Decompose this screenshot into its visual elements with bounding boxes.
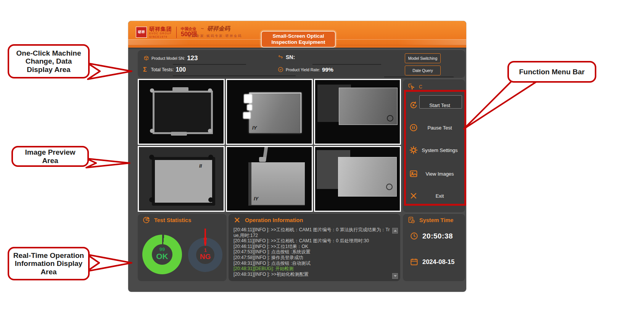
- clock-icon: [410, 232, 419, 240]
- product-model-value: 123: [187, 54, 198, 62]
- corner-dot: [150, 129, 154, 133]
- logo-subtitle: EVOC GROUP: [149, 32, 172, 35]
- ok-count: 99: [152, 247, 172, 252]
- app-header: 研祥 研祥集团 EVOC GROUP SINCE1979 中国企业 500强 ~…: [128, 21, 466, 48]
- log-line: [20:48:31][INFO ]: >>初始化检测配置: [233, 272, 391, 277]
- underline-yield: [384, 77, 454, 77]
- screenshot-root: 研祥 研祥集团 EVOC GROUP SINCE1979 中国企业 500强 ~…: [0, 0, 644, 328]
- clock-row: 20:50:38: [410, 232, 453, 240]
- underline-total-tests: [173, 75, 296, 76]
- total-tests-value: 100: [175, 66, 186, 73]
- operation-info-title-row: Operation Information: [233, 216, 303, 224]
- circle-check-icon: [277, 66, 284, 73]
- camera-preview-1[interactable]: [138, 79, 225, 145]
- script-flourish: ~: [201, 26, 204, 32]
- glass-panel: [338, 157, 397, 197]
- cube-icon: [143, 55, 150, 62]
- brand-script: 研祥金码: [207, 25, 230, 32]
- sn-link-icon: [277, 54, 284, 60]
- glass-panel: [249, 93, 301, 133]
- ok-label: OK: [152, 252, 172, 261]
- test-statistics-title: Test Statistics: [154, 217, 191, 223]
- total-tests-label: Total Tests:: [151, 67, 174, 72]
- device-frame: [152, 157, 215, 206]
- yield-rate-value: 99%: [322, 66, 333, 73]
- callout-realtime-info: Real-Time Operation Information Display …: [8, 247, 90, 280]
- connector: [259, 157, 266, 162]
- total-tests-field: Σ Total Tests: 100: [143, 66, 186, 73]
- glare-blob: [247, 104, 252, 110]
- corner-knob: [149, 197, 154, 202]
- hand-click-icon: [407, 83, 415, 91]
- log-lines[interactable]: [20:46:11][INFO ]: >>工位相机：CAM1 图片编号：0 算法…: [233, 227, 391, 277]
- panel-marking: IY: [252, 125, 257, 131]
- log-line: [20:46:11][INFO ]: >>工位1结果：OK: [233, 244, 391, 250]
- image-preview-area: IY II IY: [138, 79, 401, 212]
- data-display-panel: Product Model SN: 123 SN: Σ Total Tests:…: [138, 50, 465, 78]
- camera-preview-5[interactable]: IY: [226, 146, 313, 212]
- camera-preview-3[interactable]: [314, 79, 401, 145]
- system-time-panel: System Time 20:50:38 2024-08-15: [403, 213, 465, 281]
- callout-data-area: One-Click Machine Change, Data Display A…: [8, 44, 90, 78]
- callout-tail-image-preview: [86, 158, 130, 168]
- log-scroll-up-button[interactable]: [392, 228, 398, 234]
- device-frame: [153, 91, 213, 134]
- log-scroll-down-button[interactable]: [392, 273, 398, 279]
- log-line-debug: [20:48:31][DEBUG]: 开始检测: [233, 266, 391, 272]
- test-statistics-title-row: Test Statistics: [142, 216, 191, 224]
- crossed-tools-icon: [233, 216, 241, 224]
- log-line: [20:46:11][INFO ]: >>工位相机：CAM1 图片编号：0 算法…: [233, 227, 391, 238]
- corner-dot: [208, 88, 212, 93]
- panel-circle-mark: [387, 115, 393, 122]
- callout-tail-function-menu: [464, 81, 538, 129]
- camera-preview-4[interactable]: II: [138, 146, 225, 212]
- product-model-field: Product Model SN: 123: [143, 54, 198, 62]
- log-line: [20:47:53][INFO ]: 点击按钮 :系统设置: [233, 249, 391, 255]
- function-menu-header: C: [407, 83, 422, 91]
- log-line: [20:46:11][INFO ]: >>工位相机：CAM1 图片编号：0 后处…: [233, 238, 391, 244]
- corner-dot: [208, 129, 212, 133]
- glare-blob: [243, 112, 251, 119]
- test-statistics-panel: Test Statistics 99 OK 1 NG: [138, 213, 227, 281]
- down-arrow-icon: [394, 275, 397, 277]
- log-line: [20:47:58][INFO ]: 操作员登录成功: [233, 255, 391, 261]
- date-query-button[interactable]: Date Query: [405, 66, 441, 75]
- corner-knob: [208, 155, 213, 160]
- model-switching-button[interactable]: Model Switching: [405, 53, 441, 63]
- ng-donut-label: 1 NG: [196, 248, 214, 261]
- date-row: 2024-08-15: [410, 258, 454, 266]
- corner-knob: [149, 155, 154, 160]
- camera-preview-2[interactable]: IY: [226, 79, 313, 145]
- underline-product-model: [173, 64, 246, 65]
- function-menu-header-label: C: [419, 84, 422, 90]
- callout-image-preview: Image Preview Area: [11, 146, 89, 167]
- sigma-icon: Σ: [143, 67, 147, 73]
- app-title-badge: Small-Screen Optical Inspection Equipmen…: [261, 31, 336, 48]
- logo-name: 研祥集团: [149, 26, 172, 32]
- log-line: [20:48:31][INFO ]: 点击按钮 :自动测试: [233, 261, 391, 266]
- ok-donut-label: 99 OK: [152, 247, 172, 261]
- rank-line-1: 中国企业: [181, 27, 197, 31]
- current-date: 2024-08-15: [422, 258, 454, 266]
- calendar-icon: [410, 258, 419, 266]
- device-tab: [172, 87, 188, 91]
- system-time-title: System Time: [419, 217, 453, 223]
- product-model-label: Product Model SN:: [151, 56, 185, 61]
- callout-function-menu: Function Menu Bar: [507, 61, 596, 83]
- brand-script-line: ~ 研祥金码: [201, 26, 230, 32]
- logo-since: SINCE1979: [149, 36, 172, 38]
- callout-tail-realtime-info: [87, 254, 132, 271]
- ng-count: 1: [196, 248, 214, 253]
- panel-marking: IY: [254, 196, 258, 202]
- current-time: 20:50:38: [422, 232, 453, 240]
- yield-rate-label: Product Yield Rate:: [286, 67, 320, 72]
- corner-knob: [208, 197, 213, 202]
- document-clock-icon: [407, 216, 415, 224]
- device-tab: [171, 132, 187, 136]
- logo-text-block: 研祥集团 EVOC GROUP SINCE1979: [149, 26, 172, 38]
- camera-preview-6[interactable]: [314, 146, 401, 212]
- panel-marking: II: [199, 163, 202, 169]
- operation-info-panel: Operation Information [20:46:11][INFO ]:…: [229, 213, 400, 281]
- system-time-title-row: System Time: [407, 216, 453, 224]
- sn-label: SN:: [286, 54, 295, 60]
